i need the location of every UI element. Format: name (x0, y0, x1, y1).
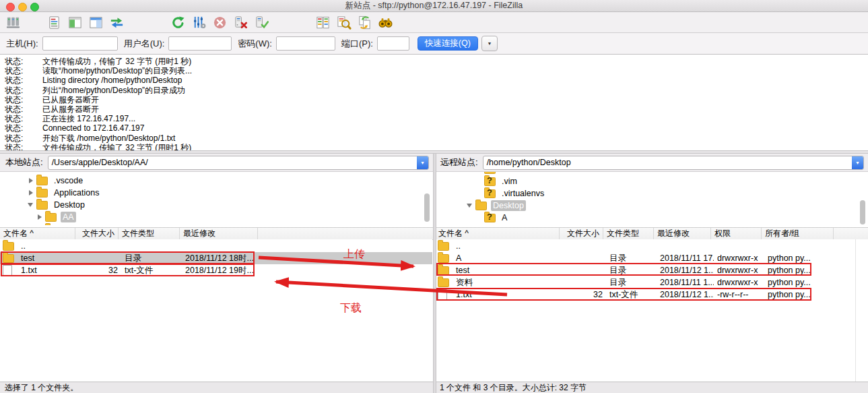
sort-asc-icon: ^ (465, 229, 469, 238)
local-list-header: 文件名 ^ 文件大小 文件类型 最近修改 (0, 227, 433, 240)
column-header-type[interactable]: 文件类型 (603, 228, 654, 239)
quickconnect-dropdown-button[interactable] (481, 36, 498, 51)
disclosure-down-icon[interactable] (28, 203, 33, 207)
reconnect-icon[interactable] (253, 13, 270, 31)
disclosure-right-icon[interactable] (29, 178, 33, 183)
toggle-local-tree-icon[interactable] (66, 13, 84, 31)
log-line: 状态:正在连接 172.16.47.197... (0, 114, 868, 123)
filter-icon[interactable] (376, 13, 394, 31)
quickconnect-button[interactable]: 快速连接(Q) (418, 36, 478, 51)
folder-unknown-icon (484, 189, 496, 198)
tree-item-applications[interactable]: Applications (0, 187, 432, 199)
log-line: 状态:Listing directory /home/python/Deskto… (0, 75, 868, 85)
tree-item-desktop[interactable]: Desktop (435, 200, 868, 212)
tree-item-vim[interactable]: .vim (435, 175, 868, 187)
local-tree-scrollbar[interactable] (424, 193, 430, 222)
tree-item-aa[interactable]: AA (0, 211, 432, 223)
directory-compare-icon[interactable] (314, 13, 331, 31)
column-header-perms[interactable]: 权限 (711, 228, 762, 239)
toggle-remote-tree-icon[interactable] (87, 13, 104, 31)
sort-asc-icon: ^ (30, 229, 34, 238)
column-header-size[interactable]: 文件大小 (75, 228, 119, 239)
toggle-log-view-icon[interactable] (45, 13, 63, 31)
disclosure-right-icon[interactable] (29, 190, 33, 195)
local-file-list: .. test 目录 2018/11/12 18时... 1.txt 32 tx… (0, 239, 432, 382)
column-header-type[interactable]: 文件类型 (119, 228, 180, 239)
file-row-parent[interactable]: .. (0, 240, 432, 252)
remote-list-header: 文件名 ^ 文件大小 文件类型 最近修改 权限 所有者/组 (435, 227, 868, 240)
site-manager-icon[interactable] (4, 13, 22, 31)
message-log: 状态:文件传输成功，传输了 32 字节 (用时1 秒) 状态:读取“/home/… (0, 55, 868, 152)
password-input[interactable] (276, 36, 335, 51)
log-line: 状态:Connected to 172.16.47.197 (0, 123, 868, 133)
port-label: 端口(P): (341, 38, 373, 50)
file-row-ziliao[interactable]: 资料 目录 2018/11/11 1... drwxrwxr-x python … (435, 276, 868, 289)
folder-icon (45, 225, 57, 226)
local-directory-tree: .vscode Applications Desktop AA (0, 172, 432, 225)
file-row-a[interactable]: A 目录 2018/11/11 17... drwxrwxr-x python … (435, 252, 868, 264)
toolbar (0, 12, 868, 33)
folder-icon (438, 266, 449, 275)
folder-unknown-icon (484, 177, 496, 186)
disclosure-down-icon[interactable] (467, 204, 472, 208)
remote-list-edge (855, 239, 856, 382)
remote-file-list: .. A 目录 2018/11/11 17... drwxrwxr-x pyth… (435, 239, 868, 382)
local-status-bar: 选择了 1 个文件夹。 (0, 382, 433, 393)
chevron-down-icon[interactable] (417, 156, 428, 169)
log-line: 状态:文件传输成功，传输了 32 字节 (用时1 秒) (0, 57, 868, 66)
folder-icon (438, 254, 449, 263)
remote-site-combo[interactable]: /home/python/Desktop (483, 156, 864, 170)
folder-icon (36, 177, 48, 185)
tree-item-a[interactable]: A (435, 212, 868, 224)
tree-item-desktop[interactable]: Desktop (0, 199, 432, 211)
username-input[interactable] (168, 36, 232, 51)
folder-icon (475, 202, 487, 210)
column-header-owner[interactable]: 所有者/组 (762, 228, 834, 239)
local-site-path: /Users/apple/Desktop/AA/ (48, 158, 417, 167)
column-header-name[interactable]: 文件名 ^ (435, 228, 560, 239)
refresh-icon[interactable] (169, 13, 187, 31)
title-bar: 新站点 - sftp://python@172.16.47.197 - File… (0, 0, 868, 12)
disconnect-icon[interactable] (232, 13, 249, 31)
synchronized-browsing-icon[interactable] (356, 13, 373, 31)
local-site-combo[interactable]: /Users/apple/Desktop/AA/ (48, 156, 429, 170)
folder-icon (36, 189, 48, 198)
tree-item-vscode[interactable]: .vscode (0, 175, 432, 187)
remote-status-bar: 1 个文件 和 3 个目录。大小总计: 32 字节 (435, 382, 868, 393)
folder-unknown-icon (484, 172, 496, 174)
file-icon (3, 265, 12, 276)
chevron-down-icon[interactable] (852, 156, 863, 169)
file-row-test[interactable]: test 目录 2018/11/12 18时... (0, 252, 432, 264)
disclosure-right-icon[interactable] (38, 214, 42, 220)
process-queue-icon[interactable] (190, 13, 207, 31)
column-header-name[interactable]: 文件名 ^ (0, 228, 75, 239)
find-files-icon[interactable] (335, 13, 352, 31)
toggle-transfer-queue-icon[interactable] (108, 13, 125, 31)
folder-icon (45, 213, 57, 222)
folder-icon (438, 242, 449, 251)
file-row-parent[interactable]: .. (435, 240, 868, 252)
column-header-modified[interactable]: 最近修改 (654, 228, 711, 239)
file-icon (438, 289, 447, 300)
host-label: 主机(H): (6, 38, 38, 50)
folder-icon (3, 254, 14, 263)
remote-tree-scrollbar[interactable] (860, 200, 865, 224)
column-header-size[interactable]: 文件大小 (560, 228, 603, 239)
remote-site-path: /home/python/Desktop (483, 158, 852, 167)
log-line: 状态:开始下载 /home/python/Desktop/1.txt (0, 133, 868, 143)
file-row-test[interactable]: test 目录 2018/11/12 1... drwxrwxr-x pytho… (435, 264, 868, 276)
panel-divider[interactable] (433, 154, 436, 393)
window-title: 新站点 - sftp://python@172.16.47.197 - File… (0, 0, 868, 11)
file-row-1txt[interactable]: 1.txt 32 txt-文件 2018/11/12 19时... (0, 264, 432, 276)
column-header-modified[interactable]: 最近修改 (180, 228, 258, 239)
tree-item-virtualenvs[interactable]: .virtualenvs (435, 187, 868, 200)
host-input[interactable] (42, 36, 118, 51)
folder-unknown-icon (484, 214, 496, 222)
tree-item-partial[interactable] (0, 223, 432, 225)
port-input[interactable] (377, 36, 409, 51)
cancel-icon[interactable] (211, 13, 228, 31)
quickconnect-bar: 主机(H): 用户名(U): 密码(W): 端口(P): 快速连接(Q) (0, 33, 868, 55)
file-row-1txt[interactable]: 1.txt 32 txt-文件 2018/11/12 1... -rw-r--r… (435, 289, 868, 301)
username-label: 用户名(U): (124, 38, 165, 50)
log-line: 状态:读取“/home/python/Desktop”的目录列表... (0, 66, 868, 75)
